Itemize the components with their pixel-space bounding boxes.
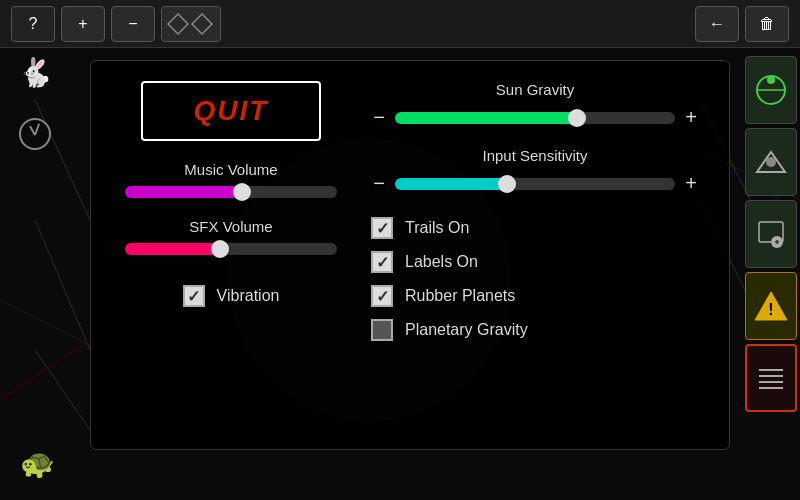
music-volume-section: Music Volume (121, 161, 341, 198)
rabbit-icon: 🐇 (18, 56, 53, 89)
sun-gravity-section: Sun Gravity − + (371, 81, 699, 129)
svg-marker-10 (168, 14, 188, 34)
clock-icon (19, 118, 51, 150)
sun-gravity-thumb[interactable] (568, 109, 586, 127)
help-icon: ? (29, 15, 38, 33)
input-sensitivity-track[interactable] (395, 178, 675, 190)
options-list: Trails On Labels On Rubber Planets Plane… (371, 217, 699, 341)
rubber-planets-checkbox[interactable] (371, 285, 393, 307)
delete-icon: 🗑 (759, 15, 775, 33)
planetary-gravity-label: Planetary Gravity (405, 321, 528, 339)
settings-panel: QUIT Music Volume SFX Volume (90, 60, 730, 450)
sfx-volume-track[interactable] (125, 243, 337, 255)
svg-point-13 (767, 76, 775, 84)
svg-text:!: ! (768, 301, 773, 318)
warning-button[interactable]: ! (745, 272, 797, 340)
rubber-planets-row: Rubber Planets (371, 285, 699, 307)
input-sensitivity-section: Input Sensitivity − + (371, 147, 699, 195)
sun-gravity-plus[interactable]: + (683, 106, 699, 129)
labels-on-checkbox[interactable] (371, 251, 393, 273)
vibration-label: Vibration (217, 287, 280, 305)
add-icon: + (78, 15, 87, 33)
sun-gravity-label: Sun Gravity (371, 81, 699, 98)
rubber-planets-label: Rubber Planets (405, 287, 515, 305)
input-sensitivity-minus[interactable]: − (371, 172, 387, 195)
labels-on-row: Labels On (371, 251, 699, 273)
remove-button[interactable]: − (111, 6, 155, 42)
labels-on-label: Labels On (405, 253, 478, 271)
sfx-volume-section: SFX Volume (121, 218, 341, 255)
input-sensitivity-label: Input Sensitivity (371, 147, 699, 164)
nav-shape (161, 6, 221, 42)
settings-right-column: Sun Gravity − + Input Sensitivity − + (371, 81, 699, 429)
music-volume-thumb[interactable] (233, 183, 251, 201)
sun-gravity-minus[interactable]: − (371, 106, 387, 129)
sun-gravity-track[interactable] (395, 112, 675, 124)
turtle-icon: 🐢 (20, 447, 55, 480)
remove-icon: − (128, 15, 137, 33)
vibration-row: Vibration (183, 285, 280, 307)
input-sensitivity-thumb[interactable] (498, 175, 516, 193)
list-button[interactable] (745, 344, 797, 412)
right-sidebar: ! (742, 48, 800, 500)
view-button[interactable] (745, 128, 797, 196)
sfx-volume-thumb[interactable] (211, 240, 229, 258)
planetary-gravity-checkbox[interactable] (371, 319, 393, 341)
music-volume-label: Music Volume (121, 161, 341, 178)
edit-button[interactable] (745, 200, 797, 268)
sfx-volume-label: SFX Volume (121, 218, 341, 235)
vibration-checkbox[interactable] (183, 285, 205, 307)
trails-on-checkbox[interactable] (371, 217, 393, 239)
back-button[interactable]: ← (695, 6, 739, 42)
top-toolbar: ? + − ← 🗑 (0, 0, 800, 48)
help-button[interactable]: ? (11, 6, 55, 42)
orbit-button[interactable] (745, 56, 797, 124)
svg-marker-11 (192, 14, 212, 34)
trails-on-row: Trails On (371, 217, 699, 239)
svg-point-16 (766, 157, 776, 167)
music-volume-track[interactable] (125, 186, 337, 198)
trails-on-label: Trails On (405, 219, 469, 237)
left-sidebar (0, 48, 70, 500)
quit-button[interactable]: QUIT (141, 81, 321, 141)
input-sensitivity-plus[interactable]: + (683, 172, 699, 195)
delete-button[interactable]: 🗑 (745, 6, 789, 42)
planetary-gravity-row: Planetary Gravity (371, 319, 699, 341)
back-icon: ← (709, 15, 725, 33)
settings-left-column: QUIT Music Volume SFX Volume (121, 81, 341, 429)
quit-label: QUIT (194, 95, 269, 127)
add-button[interactable]: + (61, 6, 105, 42)
